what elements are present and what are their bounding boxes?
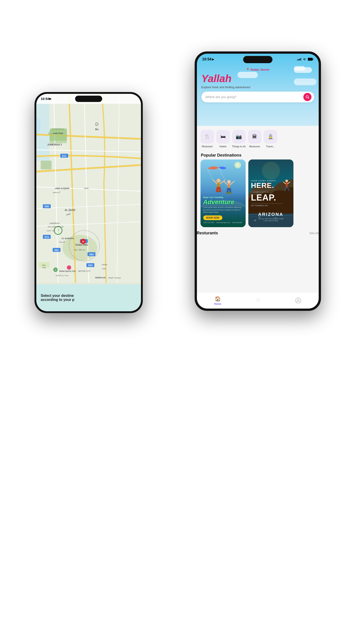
category-things-to-do[interactable]: 📷 Things to do — [232, 130, 246, 148]
home-label: Home — [214, 302, 221, 305]
arizona-brand: ARIZONA Start your story at arizonaguide… — [248, 212, 294, 222]
svg-text:D61: D61 — [54, 248, 59, 251]
search-placeholder: Where are you going? — [206, 95, 303, 99]
time-front: 10:54 — [202, 57, 212, 61]
svg-text:D92: D92 — [44, 205, 49, 208]
svg-text:ARANL: ARANL — [102, 264, 108, 266]
arizona-sub: Start your story at arizonaguide.com/13o… — [248, 218, 294, 222]
here-text: HERE. — [251, 182, 291, 189]
bottom-nav: 🏠 Home ♡ — [197, 292, 319, 308]
category-things-label: Things to do — [232, 145, 246, 148]
svg-text:D63: D63 — [88, 264, 92, 266]
transit-icon-box: 🚊 — [264, 130, 277, 144]
cloud-4 — [294, 78, 316, 85]
svg-text:UMM SUQEIM: UMM SUQEIM — [55, 187, 69, 190]
cloud-3 — [238, 72, 258, 78]
map-bottom-bar: Select your destine according to your p — [36, 284, 141, 311]
search-bar[interactable]: Where are you going? — [202, 92, 314, 102]
svg-rect-3 — [40, 160, 52, 170]
heart-icon: ♡ — [256, 298, 260, 303]
svg-line-66 — [218, 167, 225, 180]
svg-line-69 — [224, 182, 228, 185]
adventure-title: Adventure — [203, 198, 243, 206]
restaurants-title: Resturants — [197, 231, 218, 236]
category-hotels-label: Hotels — [220, 145, 226, 148]
website2-text: www.website — [232, 222, 242, 224]
hotels-icon-box: 🛏 — [216, 130, 230, 144]
dest-card-adventure[interactable]: Enjoy Your Traveling Adventure Lorem ips… — [200, 160, 246, 227]
cloud-2 — [294, 66, 305, 70]
svg-text:JUMEIRAH: JUMEIRAH — [50, 222, 59, 224]
battery-icon — [308, 58, 313, 61]
svg-text:دبي هيل مول: دبي هيل مول — [74, 248, 86, 250]
phone-front: 10:54 ▶ — [195, 52, 321, 311]
svg-rect-1 — [36, 95, 50, 160]
book-now-button[interactable]: BOOK NOW — [203, 216, 222, 220]
svg-text:Safa Park: Safa Park — [53, 132, 63, 134]
time-back: 10:54 — [41, 97, 50, 100]
map-container: E11 D92 D72 D61 D63 E44 — [36, 94, 141, 284]
svg-text:H: H — [82, 240, 84, 243]
svg-rect-57 — [312, 59, 313, 60]
divider-1 — [251, 190, 283, 190]
svg-text:JUMEIRAH 3: JUMEIRAH 3 — [47, 143, 62, 146]
category-museums[interactable]: 🏛 Museums — [248, 130, 262, 148]
restaurants-section-header: Resturants See All — [197, 231, 319, 240]
content-scroll[interactable]: 🍴 Resturant 🛏 Hotels 📷 Things to do 🏛 Mu… — [197, 126, 319, 292]
things-icon-box: 📷 — [232, 130, 246, 144]
categories-row: 🍴 Resturant 🛏 Hotels 📷 Things to do 🏛 Mu… — [197, 126, 319, 150]
location-pin-icon: 📍 — [246, 68, 250, 72]
svg-text:D72: D72 — [44, 236, 49, 238]
svg-text:?: ? — [57, 229, 59, 232]
category-hotels[interactable]: 🛏 Hotels — [216, 130, 230, 148]
website-text: www.example.com — [216, 222, 230, 224]
wifi-icon — [302, 58, 306, 61]
svg-text:E11: E11 — [62, 154, 66, 157]
leap-text: LEAP. — [251, 193, 291, 202]
nav-home[interactable]: 🏠 Home — [214, 296, 221, 305]
adventure-content: Enjoy Your Traveling Adventure Lorem ips… — [200, 193, 246, 227]
search-icon — [306, 95, 309, 99]
svg-text:RAN: RAN — [102, 268, 106, 270]
svg-text:ates: ates — [42, 264, 46, 266]
divider-2 — [251, 204, 283, 204]
home-icon: 🏠 — [215, 296, 221, 302]
svg-text:Dubai Hills: Dubai Hills — [76, 244, 88, 246]
arizona-name: ARIZONA — [248, 212, 294, 217]
svg-text:البرشا: البرشا — [59, 240, 65, 243]
enjoy-text: Enjoy Your Traveling — [203, 196, 243, 198]
phone-back-screen: 10:54 ▶ — [36, 94, 141, 311]
adventure-body: Lorem ipsum dolor sit amet, consectetur … — [203, 206, 243, 214]
popular-section-header: Popular Destinations — [197, 150, 319, 160]
svg-rect-56 — [308, 58, 312, 60]
dest-card-leap[interactable]: YOUR STORY STARTS HERE. IT STARTS WITH A… — [248, 160, 294, 227]
category-restaurant[interactable]: 🍴 Resturant — [200, 130, 214, 148]
let-yourself-text: LET YOURSELF GO. — [251, 204, 291, 206]
svg-point-53 — [67, 265, 71, 270]
svg-line-59 — [308, 98, 309, 98]
profile-icon — [295, 298, 301, 304]
popular-title: Popular Destinations — [201, 153, 242, 158]
nav-profile[interactable] — [295, 298, 301, 304]
status-icons — [297, 58, 313, 61]
svg-text:GHA: GHA — [84, 187, 89, 190]
search-button[interactable] — [303, 93, 312, 101]
location-text: Dubai, Sector — [250, 68, 270, 71]
see-all-link[interactable]: See All — [310, 232, 318, 235]
svg-text:AL BARSHA: AL BARSHA — [61, 237, 74, 240]
svg-text:Dubai Sports City: Dubai Sports City — [59, 270, 76, 272]
svg-text:مدينة دبي الرياضية: مدينة دبي الرياضية — [56, 274, 68, 276]
svg-text:D: D — [95, 121, 98, 127]
svg-point-86 — [297, 299, 299, 301]
notch-back — [75, 96, 102, 102]
category-transit[interactable]: 🚊 Transi... — [264, 130, 277, 148]
adventure-bg: Enjoy Your Traveling Adventure Lorem ips… — [200, 160, 246, 227]
museums-icon-box: 🏛 — [248, 130, 262, 144]
svg-text:⚽: ⚽ — [54, 269, 57, 271]
svg-line-65 — [207, 168, 213, 180]
nav-favorites[interactable]: ♡ — [256, 298, 260, 303]
signal-icon — [297, 58, 301, 60]
svg-text:القوز: القوز — [66, 213, 70, 216]
app-subtitle: Explore fresh and thrilling adventures! — [197, 86, 319, 89]
phone-front-screen: 10:54 ▶ — [197, 54, 319, 308]
